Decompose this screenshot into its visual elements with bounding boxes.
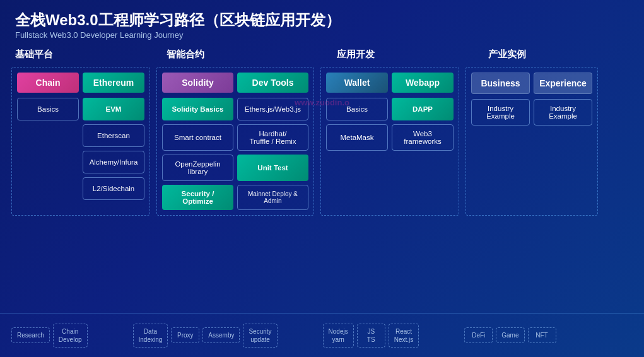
cat-label-4: 产业实例 — [488, 49, 627, 61]
wallet-header: Wallet — [326, 73, 388, 93]
section-chanyeshili: Business Experience Industry Example Ind… — [465, 67, 598, 216]
bottom-group-1: Research ChainDevelop — [11, 324, 88, 348]
category-labels: 基础平台 智能合约 应用开发 产业实例 — [0, 45, 644, 64]
bottom-group-3: Nodejsyarn JSTS ReactNext.js — [323, 324, 419, 348]
metamask-cell: MetaMask — [326, 124, 388, 151]
yingyongkaifa-headers: Wallet Webapp — [326, 73, 454, 93]
main-title: 全栈Web3.0工程师学习路径（区块链应用开发） — [15, 10, 629, 30]
bottom-proxy: Proxy — [171, 327, 199, 343]
page-header: 全栈Web3.0工程师学习路径（区块链应用开发） Fullstack Web3.… — [0, 0, 644, 45]
bottom-data-indexing: DataIndexing — [133, 324, 168, 348]
unittest-cell: Unit Test — [237, 155, 308, 181]
evm-cell: EVM — [83, 98, 144, 120]
section-jichupingtai: Chain Ethereum Basics EVM Etherscan Alch… — [11, 67, 150, 216]
experience-header: Experience — [534, 73, 592, 94]
web3frameworks-cell: Web3 frameworks — [392, 124, 454, 151]
bottom-assemby: Assemby — [202, 327, 240, 343]
business-header: Business — [471, 73, 530, 94]
etherscan-cell: Etherscan — [83, 124, 144, 147]
bottom-chain-develop: ChainDevelop — [53, 324, 88, 348]
l2-cell: L2/Sidechain — [83, 177, 144, 200]
sub-title: Fullstack Web3.0 Developer Learning Jour… — [15, 30, 629, 40]
basics-cell: Basics — [17, 98, 79, 120]
section-zhihengheyue: Solidity Dev Tools Solidity Basics Ether… — [156, 67, 314, 216]
section-yingyongkaifa: Wallet Webapp Basics DAPP MetaMask Web3 … — [320, 67, 459, 216]
openzeppelin-cell: OpenZeppelin library — [162, 155, 233, 181]
bottom-react: ReactNext.js — [389, 324, 419, 348]
bottom-section: Research ChainDevelop DataIndexing Proxy… — [0, 313, 644, 357]
mainnet-cell: Mainnet Deploy & Admin — [237, 185, 308, 210]
security-cell: Security / Optimize — [162, 185, 233, 210]
zhihengheyue-headers: Solidity Dev Tools — [162, 73, 308, 93]
bottom-group-2: DataIndexing Proxy Assemby Securityupdat… — [133, 324, 278, 348]
solidity-basics-cell: Solidity Basics — [162, 98, 233, 120]
cat-label-1: 基础平台 — [15, 49, 160, 61]
cat-label-3: 应用开发 — [337, 49, 482, 61]
alchemy-cell: Alchemy/Infura — [83, 151, 144, 173]
bottom-security-update: Securityupdate — [243, 324, 277, 348]
bottom-defi: DeFi — [464, 327, 493, 343]
chanyeshili-headers: Business Experience — [471, 73, 592, 94]
industry-example-1: Industry Example — [471, 99, 530, 126]
industry-example-2: Industry Example — [534, 99, 592, 126]
ethersjs-cell: Ethers.js/Web3.js — [237, 98, 308, 120]
main-content: Chain Ethereum Basics EVM Etherscan Alch… — [0, 67, 644, 216]
bottom-research: Research — [11, 327, 50, 343]
bottom-nodejs: Nodejsyarn — [323, 324, 354, 348]
bottom-game: Game — [496, 327, 524, 343]
zhihengheyue-content: Solidity Basics Ethers.js/Web3.js Smart … — [162, 98, 308, 210]
jichupingtai-headers: Chain Ethereum — [17, 73, 144, 93]
ethereum-header: Ethereum — [83, 73, 144, 93]
devtools-header: Dev Tools — [237, 73, 308, 93]
cat-label-2: 智能合约 — [167, 49, 331, 61]
yingyongkaifa-content: Basics DAPP MetaMask Web3 frameworks — [326, 98, 454, 151]
bottom-nft: NFT — [528, 327, 556, 343]
webapp-header: Webapp — [392, 73, 454, 93]
dapp-cell: DAPP — [392, 98, 454, 120]
solidity-header: Solidity — [162, 73, 233, 93]
jichupingtai-content: Basics EVM Etherscan Alchemy/Infura L2/S… — [17, 98, 144, 200]
chanyeshili-content: Industry Example Industry Example — [471, 99, 592, 126]
bottom-group-4: DeFi Game NFT — [464, 327, 556, 343]
wallet-basics-cell: Basics — [326, 98, 388, 120]
chain-header: Chain — [17, 73, 79, 93]
hardhat-cell: Hardhat/Truffle / Remix — [237, 124, 308, 151]
bottom-js-ts: JSTS — [357, 324, 385, 348]
smartcontract-cell: Smart contract — [162, 124, 233, 151]
